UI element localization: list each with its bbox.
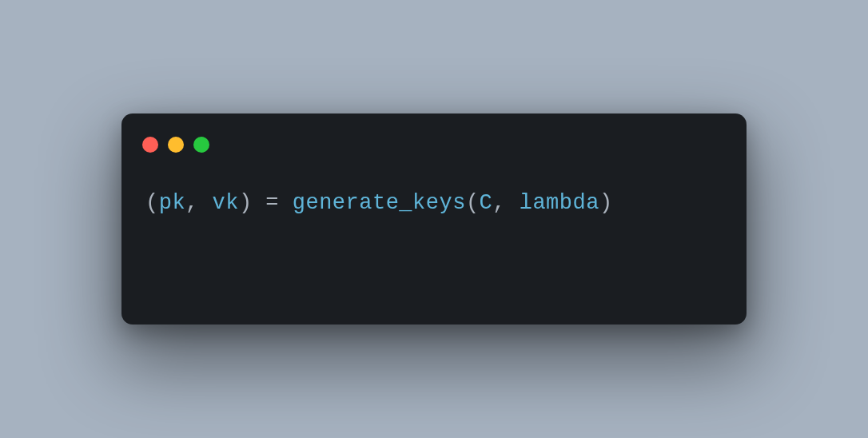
code-token: (: [145, 191, 159, 215]
code-content: (pk, vk) = generate_keys(C, lambda): [121, 158, 747, 325]
code-token: ,: [492, 191, 519, 215]
code-token: C: [480, 191, 493, 215]
code-line: (pk, vk) = generate_keys(C, lambda): [145, 191, 613, 215]
code-token: ,: [185, 191, 212, 215]
minimize-icon[interactable]: [168, 137, 184, 153]
close-icon[interactable]: [142, 137, 158, 153]
code-token: lambda: [520, 191, 599, 215]
code-token: ): [599, 191, 613, 215]
window-titlebar: [121, 113, 747, 158]
code-token: generate_keys: [293, 191, 466, 215]
code-window: (pk, vk) = generate_keys(C, lambda): [121, 113, 747, 325]
code-token: =: [265, 191, 292, 215]
code-token: (: [466, 191, 480, 215]
code-token: pk: [159, 191, 185, 215]
code-token: ): [239, 191, 265, 215]
code-token: vk: [213, 191, 239, 215]
zoom-icon[interactable]: [193, 137, 209, 153]
